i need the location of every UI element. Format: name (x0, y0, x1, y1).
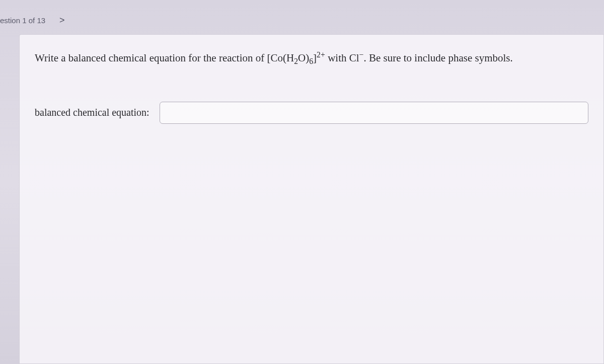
balanced-equation-input[interactable] (160, 102, 588, 124)
prompt-text-after: . Be sure to include phase symbols. (363, 52, 512, 64)
header-bar: estion 1 of 13 > (0, 14, 69, 27)
question-prompt: Write a balanced chemical equation for t… (35, 49, 588, 67)
prompt-with: with Cl (325, 52, 359, 64)
formula-mid: O) (298, 52, 309, 64)
answer-row: balanced chemical equation: (35, 102, 588, 124)
prompt-text-before: Write a balanced chemical equation for t… (35, 52, 267, 64)
question-counter: estion 1 of 13 (0, 16, 45, 25)
formula-prefix: [Co(H (267, 52, 294, 64)
chemical-formula-complex: [Co(H2O)6]2+ (267, 52, 325, 64)
answer-label: balanced chemical equation: (35, 107, 149, 118)
question-card: Write a balanced chemical equation for t… (19, 34, 604, 364)
formula-superscript-1: 2+ (317, 50, 325, 59)
formula-subscript-1: 2 (294, 57, 298, 65)
formula-subscript-2: 6 (309, 57, 313, 65)
next-question-arrow[interactable]: > (55, 14, 69, 27)
